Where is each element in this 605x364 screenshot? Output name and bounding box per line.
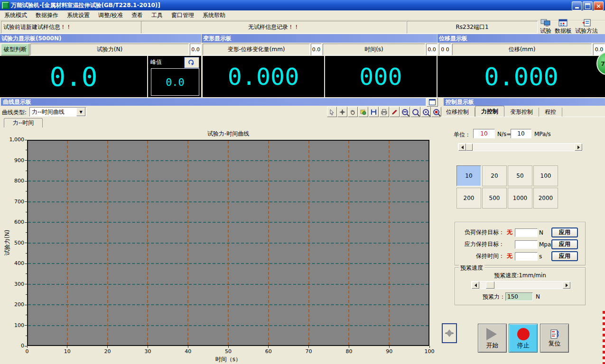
- scrollbar-track[interactable]: [494, 282, 563, 289]
- scrollbar-track[interactable]: [479, 282, 486, 289]
- y-minor-tick: [26, 294, 27, 295]
- zoom-out-icon[interactable]: [400, 107, 410, 117]
- scroll-left-arrow[interactable]: [458, 144, 466, 151]
- apply-button[interactable]: 应用: [551, 239, 578, 249]
- play-icon: [486, 328, 503, 340]
- zoom-reset-icon[interactable]: [431, 107, 441, 117]
- time-mini-value: 0.0: [426, 44, 437, 55]
- annotate-pen-icon[interactable]: [390, 107, 400, 117]
- y-minor-tick: [26, 253, 27, 254]
- scroll-right-arrow[interactable]: [575, 144, 582, 151]
- save-icon[interactable]: [369, 107, 379, 117]
- test-method-button[interactable]: 试验方法: [575, 19, 598, 34]
- menu-item-0[interactable]: 系统模式: [0, 10, 31, 20]
- print-icon[interactable]: [379, 107, 389, 117]
- scrollbar-thumb[interactable]: [466, 144, 473, 151]
- menu-item-1[interactable]: 数据操作: [31, 10, 63, 20]
- panel-restore-button[interactable]: [427, 98, 438, 107]
- apply-button[interactable]: 应用: [551, 251, 578, 261]
- x-tick: [389, 346, 390, 348]
- scrollbar-track[interactable]: [473, 144, 575, 151]
- speed-button-100[interactable]: 100: [533, 165, 558, 186]
- deform-label: 变形-位移变化量(mm): [203, 44, 310, 55]
- speed-button-200[interactable]: 200: [456, 188, 481, 209]
- y-tick-label: 200: [2, 301, 24, 308]
- close-button[interactable]: ×: [594, 1, 604, 10]
- rate-scrollbar[interactable]: [458, 143, 583, 151]
- chevron-down-icon[interactable]: ▼: [76, 108, 85, 116]
- hold-row-0: 负荷保持目标：无N应用: [455, 227, 585, 238]
- pan-hand-icon[interactable]: [348, 107, 358, 117]
- curve-type-select[interactable]: 力--时间曲线 ▼: [29, 107, 86, 117]
- test-computer-icon: [540, 19, 551, 27]
- speed-button-50[interactable]: 50: [508, 165, 532, 186]
- tab-位移控制[interactable]: 位移控制: [440, 108, 475, 117]
- x-tick: [148, 346, 148, 348]
- pointer-icon[interactable]: [327, 107, 337, 117]
- menu-item-2[interactable]: 系统设置: [63, 10, 94, 20]
- zoom-in-icon[interactable]: [421, 107, 431, 117]
- stress-rate-input[interactable]: 10: [511, 129, 531, 138]
- tab-程控[interactable]: 程控: [539, 108, 562, 117]
- jog-up-down-button[interactable]: [442, 323, 457, 343]
- hold-label: 负荷保持目标：: [458, 228, 504, 237]
- snapshot-icon[interactable]: [358, 107, 368, 117]
- force-value-display: 0.0: [0, 56, 147, 97]
- pretension-group: 预紧速度 预紧速度:1mm/min 预紧力： 150 N: [455, 267, 586, 305]
- plot-area: [27, 140, 429, 346]
- speed-button-2000[interactable]: 2000: [533, 188, 558, 209]
- break-judge-button[interactable]: 破型判断: [1, 44, 29, 55]
- y-tick: [25, 140, 27, 140]
- speed-button-1000[interactable]: 1000: [508, 188, 532, 209]
- menu-item-5[interactable]: 工具: [147, 10, 167, 20]
- zoom-icon[interactable]: [410, 107, 420, 117]
- menu-item-6[interactable]: 窗口管理: [167, 10, 198, 20]
- y-tick: [25, 264, 27, 264]
- speed-button-20[interactable]: 20: [482, 165, 507, 186]
- pretension-force-input[interactable]: 150: [505, 292, 533, 301]
- force-label: 试验力(N): [30, 44, 189, 55]
- stop-button[interactable]: 停止: [509, 324, 538, 353]
- move-icon[interactable]: [337, 107, 347, 117]
- maximize-button[interactable]: [583, 1, 593, 10]
- speed-button-500[interactable]: 500: [482, 188, 507, 209]
- control-panel-header: 控制显示板: [444, 98, 605, 106]
- force-rate-input[interactable]: 10: [473, 129, 495, 138]
- tab-变形控制[interactable]: 变形控制: [504, 108, 539, 117]
- x-tick: [228, 346, 229, 348]
- scroll-right-arrow[interactable]: [563, 282, 570, 289]
- v-gridline: [308, 141, 309, 345]
- y-tick-label: 400: [2, 260, 24, 266]
- menu-item-4[interactable]: 查看: [127, 10, 147, 20]
- scrollbar-thumb[interactable]: [486, 282, 494, 289]
- peak-reset-button[interactable]: [184, 57, 199, 68]
- arrow-down-icon: [446, 332, 453, 341]
- pretension-scrollbar[interactable]: [471, 281, 571, 289]
- menu-item-7[interactable]: 系统帮助: [198, 10, 230, 20]
- y-tick: [25, 201, 27, 202]
- scroll-left-arrow[interactable]: [472, 282, 479, 289]
- y-tick-label: 300: [2, 281, 24, 287]
- reset-button[interactable]: 复位: [540, 324, 569, 353]
- y-tick-label: 800: [2, 178, 24, 184]
- hold-value-input[interactable]: [515, 240, 538, 249]
- x-tick: [67, 346, 67, 348]
- data-board-button[interactable]: 数据板: [555, 19, 572, 34]
- x-tick-label: 50: [219, 348, 238, 355]
- tab-force-time[interactable]: 力--时间: [4, 118, 43, 127]
- test-method-icon: [582, 19, 591, 27]
- chart-title: 试验力-时间曲线: [27, 130, 429, 138]
- hold-value-input[interactable]: [515, 252, 538, 261]
- tab-力控制[interactable]: 力控制: [475, 106, 504, 117]
- minimize-button[interactable]: [572, 1, 582, 10]
- menu-item-3[interactable]: 调整/校准: [94, 10, 127, 20]
- peak-panel: 峰值 0.0: [148, 56, 201, 97]
- apply-button[interactable]: 应用: [551, 228, 578, 237]
- test-button[interactable]: 试验: [540, 19, 551, 34]
- data-board-icon: [558, 19, 568, 27]
- hold-value-input[interactable]: [515, 228, 538, 237]
- pretension-group-title: 预紧速度: [459, 264, 484, 272]
- start-button[interactable]: 开始: [478, 324, 507, 353]
- y-minor-tick: [26, 150, 27, 150]
- speed-button-10[interactable]: 10: [456, 165, 481, 186]
